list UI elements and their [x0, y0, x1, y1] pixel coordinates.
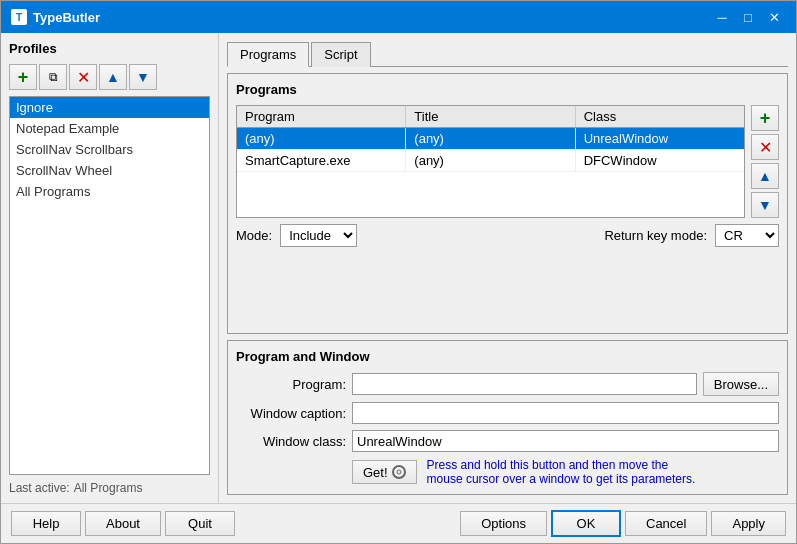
maximize-button[interactable]: □ [736, 7, 760, 27]
table-header-cell: Program [237, 106, 406, 127]
window-class-row: Window class: [236, 430, 779, 452]
get-button[interactable]: Get! [352, 460, 417, 484]
quit-button[interactable]: Quit [165, 511, 235, 536]
table-cell-title: (any) [406, 150, 575, 171]
tab-script[interactable]: Script [311, 42, 370, 67]
main-content: Profiles + ⧉ ✕ ▲ ▼ IgnoreNotepad Example… [1, 33, 796, 503]
bottom-bar: Help About Quit Options OK Cancel Apply [1, 503, 796, 543]
last-active-row: Last active: All Programs [9, 481, 210, 495]
table-header-cell: Class [576, 106, 744, 127]
about-button[interactable]: About [85, 511, 161, 536]
window-class-label: Window class: [236, 434, 346, 449]
return-key-select[interactable]: CRLFCRLF [715, 224, 779, 247]
app-icon: T [11, 9, 27, 25]
move-up-button[interactable]: ▲ [99, 64, 127, 90]
program-row: Program: Browse... [236, 372, 779, 396]
table-cell-class: UnrealWindow [576, 128, 744, 149]
get-hint: Press and hold this button and then move… [427, 458, 707, 486]
table-buttons: + ✕ ▲ ▼ [751, 105, 779, 218]
mode-row: Mode: IncludeExclude Return key mode: CR… [236, 224, 779, 247]
table-header-cell: Title [406, 106, 575, 127]
last-active-label: Last active: [9, 481, 70, 495]
title-bar: T TypeButler ─ □ ✕ [1, 1, 796, 33]
prog-window-title: Program and Window [236, 349, 779, 364]
last-active-value: All Programs [74, 481, 143, 495]
table-cell-program: SmartCapture.exe [237, 150, 406, 171]
add-profile-button[interactable]: + [9, 64, 37, 90]
window-controls: ─ □ ✕ [710, 7, 786, 27]
window-caption-row: Window caption: [236, 402, 779, 424]
mode-label: Mode: [236, 228, 272, 243]
main-window: T TypeButler ─ □ ✕ Profiles + ⧉ ✕ ▲ ▼ Ig… [0, 0, 797, 544]
program-input[interactable] [352, 373, 697, 395]
window-caption-label: Window caption: [236, 406, 346, 421]
ok-button[interactable]: OK [551, 510, 621, 537]
help-button[interactable]: Help [11, 511, 81, 536]
table-row[interactable]: SmartCapture.exe(any)DFCWindow [237, 150, 744, 172]
add-program-button[interactable]: + [751, 105, 779, 131]
title-bar-left: T TypeButler [11, 9, 100, 25]
table-row[interactable]: (any)(any)UnrealWindow [237, 128, 744, 150]
apply-button[interactable]: Apply [711, 511, 786, 536]
move-down-button[interactable]: ▼ [129, 64, 157, 90]
programs-section-title: Programs [236, 82, 779, 97]
move-program-down-button[interactable]: ▼ [751, 192, 779, 218]
mode-select[interactable]: IncludeExclude [280, 224, 357, 247]
window-title: TypeButler [33, 10, 100, 25]
profiles-panel: Profiles + ⧉ ✕ ▲ ▼ IgnoreNotepad Example… [1, 33, 219, 503]
minimize-button[interactable]: ─ [710, 7, 734, 27]
profiles-toolbar: + ⧉ ✕ ▲ ▼ [9, 64, 210, 90]
move-program-up-button[interactable]: ▲ [751, 163, 779, 189]
program-label: Program: [236, 377, 346, 392]
profile-item[interactable]: ScrollNav Wheel [10, 160, 209, 181]
tab-programs[interactable]: Programs [227, 42, 309, 67]
prog-window-section: Program and Window Program: Browse... Wi… [227, 340, 788, 495]
table-body: (any)(any)UnrealWindowSmartCapture.exe(a… [237, 128, 744, 172]
right-panel: ProgramsScript Programs ProgramTitleClas… [219, 33, 796, 503]
close-button[interactable]: ✕ [762, 7, 786, 27]
profile-item[interactable]: ScrollNav Scrollbars [10, 139, 209, 160]
table-cell-class: DFCWindow [576, 150, 744, 171]
table-header: ProgramTitleClass [237, 106, 744, 128]
delete-profile-button[interactable]: ✕ [69, 64, 97, 90]
delete-program-button[interactable]: ✕ [751, 134, 779, 160]
target-icon [392, 465, 406, 479]
get-label: Get! [363, 465, 388, 480]
profile-item[interactable]: Notepad Example [10, 118, 209, 139]
programs-area: ProgramTitleClass (any)(any)UnrealWindow… [236, 105, 779, 218]
table-cell-program: (any) [237, 128, 406, 149]
browse-button[interactable]: Browse... [703, 372, 779, 396]
cancel-button[interactable]: Cancel [625, 511, 707, 536]
profiles-list: IgnoreNotepad ExampleScrollNav Scrollbar… [9, 96, 210, 475]
table-cell-title: (any) [406, 128, 575, 149]
options-button[interactable]: Options [460, 511, 547, 536]
programs-section: Programs ProgramTitleClass (any)(any)Unr… [227, 73, 788, 334]
return-key-label: Return key mode: [604, 228, 707, 243]
profile-item[interactable]: Ignore [10, 97, 209, 118]
programs-table: ProgramTitleClass (any)(any)UnrealWindow… [236, 105, 745, 218]
get-row: Get! Press and hold this button and then… [236, 458, 779, 486]
copy-profile-button[interactable]: ⧉ [39, 64, 67, 90]
window-caption-input[interactable] [352, 402, 779, 424]
profiles-title: Profiles [9, 41, 210, 56]
profile-item[interactable]: All Programs [10, 181, 209, 202]
window-class-input[interactable] [352, 430, 779, 452]
tabs-row: ProgramsScript [227, 41, 788, 67]
